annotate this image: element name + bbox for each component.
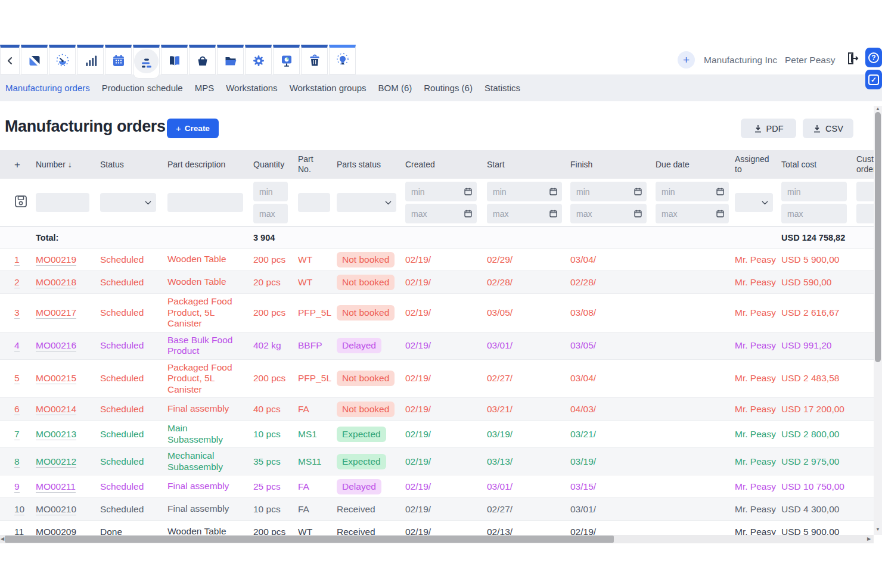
col-created[interactable]: Created: [405, 160, 487, 170]
start-date: 02/13/: [487, 527, 513, 536]
toolbar-item-procurement[interactable]: [189, 45, 216, 74]
order-number-link[interactable]: MO00212: [36, 456, 76, 468]
order-number-link[interactable]: MO00215: [36, 373, 76, 384]
order-number-link[interactable]: MO00211: [36, 481, 76, 493]
order-number-link[interactable]: MO00217: [36, 307, 76, 319]
row-index-link[interactable]: 3: [14, 307, 20, 319]
total-cost-min-input[interactable]: min: [781, 182, 847, 201]
horizontal-scrollbar[interactable]: ◀ ▶: [0, 535, 874, 543]
toolbar-item-statistics[interactable]: [77, 45, 104, 74]
quantity-max-input[interactable]: max: [253, 204, 288, 223]
toolbar-item-dashboard[interactable]: [49, 45, 76, 74]
vertical-scrollbar-thumb[interactable]: [875, 112, 881, 362]
toolbar-item-trash[interactable]: [301, 45, 328, 74]
start-max-input[interactable]: max: [487, 204, 562, 223]
scroll-up-arrow[interactable]: ▲: [875, 106, 880, 111]
scroll-right-arrow[interactable]: ▶: [867, 536, 871, 542]
row-index-link[interactable]: 7: [14, 429, 20, 440]
tab-manufacturing-orders[interactable]: Manufacturing orders: [5, 83, 90, 93]
tasks-button[interactable]: ✓: [865, 70, 882, 89]
create-button[interactable]: +Create: [167, 119, 219, 138]
horizontal-scrollbar-thumb[interactable]: [5, 536, 614, 543]
order-number-link[interactable]: MO00219: [36, 254, 76, 266]
status-filter-select[interactable]: [100, 193, 156, 212]
company-name[interactable]: Manufacturing Inc: [704, 55, 777, 66]
parts-status-filter-select[interactable]: [337, 193, 396, 212]
toolbar-item-demo-presentation[interactable]: [273, 45, 300, 74]
scroll-left-arrow[interactable]: ◀: [1, 536, 4, 542]
part-no-filter-input[interactable]: [298, 193, 330, 212]
col-parts-status[interactable]: Parts status: [337, 160, 405, 170]
created-max-input[interactable]: max: [405, 204, 477, 223]
tab-bom[interactable]: BOM (6): [378, 83, 412, 93]
scroll-down-arrow[interactable]: ▼: [875, 527, 880, 532]
user-name[interactable]: Peter Peasy: [785, 55, 835, 66]
tab-production-schedule[interactable]: Production schedule: [102, 83, 183, 93]
help-button[interactable]: ?: [865, 48, 882, 67]
due-date-max-input[interactable]: max: [656, 204, 729, 223]
due-date-min-input[interactable]: min: [656, 182, 729, 201]
col-number[interactable]: Number ↓: [36, 160, 100, 170]
row-index-link[interactable]: 5: [14, 373, 20, 384]
assigned-to-filter-select[interactable]: [735, 193, 773, 212]
col-total-cost[interactable]: Total cost: [781, 160, 856, 170]
back-button[interactable]: [0, 45, 20, 74]
folder-icon: [223, 54, 238, 68]
row-index-link[interactable]: 9: [14, 481, 20, 493]
row-index-link[interactable]: 11: [14, 527, 24, 536]
order-number-link[interactable]: MO00210: [36, 504, 76, 515]
col-quantity[interactable]: Quantity: [253, 160, 298, 170]
quick-add-button[interactable]: +: [678, 51, 695, 69]
total-cost-max-input[interactable]: max: [781, 204, 847, 223]
order-number-link[interactable]: MO00218: [36, 277, 76, 288]
order-number-link[interactable]: MO00216: [36, 340, 76, 351]
pdf-export-button[interactable]: PDF: [741, 119, 796, 138]
save-filter-cell[interactable]: [0, 194, 36, 211]
col-start[interactable]: Start: [487, 160, 570, 170]
row-index-link[interactable]: 8: [14, 456, 20, 468]
toolbar-item-documents[interactable]: [217, 45, 244, 74]
finish-min-input[interactable]: min: [570, 182, 647, 201]
row-index-link[interactable]: 6: [14, 404, 20, 415]
order-number-link[interactable]: MO00209: [36, 527, 76, 536]
part-description-filter-input[interactable]: [167, 193, 243, 212]
csv-export-button[interactable]: CSV: [803, 119, 853, 138]
tab-routings[interactable]: Routings (6): [424, 83, 473, 93]
col-assigned-to[interactable]: Assigned to: [735, 154, 781, 175]
col-due-date[interactable]: Due date: [656, 160, 735, 170]
col-status[interactable]: Status: [100, 160, 167, 170]
toolbar-item-settings[interactable]: [245, 45, 272, 74]
toolbar-item-ideas[interactable]: [329, 45, 356, 74]
cust-order-max-input[interactable]: [856, 204, 874, 223]
col-plus[interactable]: +: [0, 160, 36, 170]
created-min-input[interactable]: min: [405, 182, 477, 201]
row-index-link[interactable]: 1: [14, 254, 20, 266]
row-index-link[interactable]: 2: [14, 277, 20, 288]
tab-workstation-groups[interactable]: Workstation groups: [290, 83, 367, 93]
tab-statistics[interactable]: Statistics: [485, 83, 520, 93]
quantity-min-input[interactable]: min: [253, 182, 288, 201]
vertical-scrollbar[interactable]: ▲ ▼: [874, 106, 882, 535]
cust-order-min-input[interactable]: [856, 182, 874, 201]
toolbar-item-logo[interactable]: [21, 45, 48, 74]
plus-icon: +: [683, 54, 690, 67]
finish-max-input[interactable]: max: [570, 204, 647, 223]
toolbar-item-stock[interactable]: [161, 45, 188, 74]
col-part-description[interactable]: Part description: [167, 160, 253, 170]
order-number-link[interactable]: MO00214: [36, 404, 76, 415]
filter-parts-status: [337, 193, 405, 212]
toolbar-item-calendar[interactable]: [105, 45, 132, 74]
row-index-link[interactable]: 4: [14, 340, 20, 351]
number-filter-input[interactable]: [36, 193, 89, 212]
total-cost-text: USD 5 900,00: [781, 527, 839, 536]
start-min-input[interactable]: min: [487, 182, 562, 201]
row-index-link[interactable]: 10: [14, 504, 24, 515]
logout-button[interactable]: [846, 51, 859, 68]
order-number-link[interactable]: MO00213: [36, 429, 76, 440]
toolbar-item-production-planning[interactable]: [133, 45, 160, 79]
col-part-no[interactable]: Part No.: [298, 154, 337, 175]
col-finish[interactable]: Finish: [570, 160, 656, 170]
tab-workstations[interactable]: Workstations: [226, 83, 277, 93]
tab-mps[interactable]: MPS: [195, 83, 215, 93]
col-cust-order[interactable]: Cust order: [856, 154, 874, 175]
